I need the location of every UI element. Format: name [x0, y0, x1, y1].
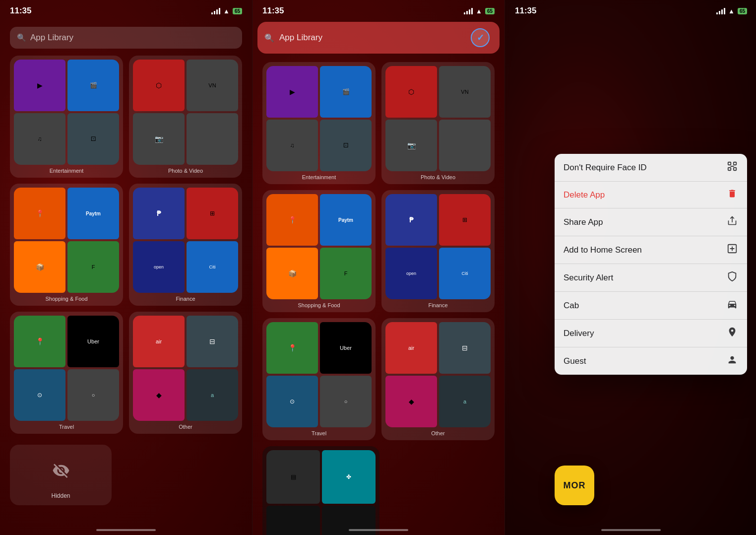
folder-travel-1[interactable]: 📍 Uber ⊙ ○ Travel	[10, 312, 123, 434]
folder-shopping-2[interactable]: 📍 Paytm 📦 F Shopping & Food	[262, 190, 376, 312]
app-grid-2: ▶ 🎬 ♫ ⚀ Entertainment ⬡ VN 📷 Photo & Vid…	[262, 62, 495, 535]
svg-rect-0	[728, 162, 731, 165]
folder-label-shopping-2: Shopping & Food	[298, 302, 340, 308]
panel-3: 11:35 ▲ 65 Don't Require Face ID	[505, 0, 756, 535]
folder-cell: a	[187, 369, 238, 421]
wifi-icon-2: ▲	[476, 7, 482, 15]
folder-cell: ○	[320, 376, 372, 427]
folder-cell: ₱	[385, 194, 437, 246]
hidden-folder-1[interactable]: Hidden	[10, 445, 112, 505]
folder-cell: ⊙	[14, 369, 65, 421]
folder-other-2[interactable]: air ⊟ ◆ a Other	[381, 318, 495, 440]
menu-item-security-alert[interactable]: Security Alert	[555, 264, 747, 292]
status-time-3: 11:35	[515, 6, 536, 16]
folder-cell: 🎬	[67, 60, 119, 111]
folder-grid-entertainment-1: ▶ 🎬 ♫ ⚀	[14, 60, 119, 165]
home-indicator-1[interactable]	[96, 529, 156, 531]
folder-grid-photo-2: ⬡ VN 📷	[385, 66, 491, 171]
folder-travel-2[interactable]: 📍 Uber ⊙ ○ Travel	[262, 318, 376, 440]
battery-badge-3: 65	[738, 8, 747, 14]
svg-rect-1	[734, 162, 737, 165]
folder-cell: ◆	[385, 376, 437, 427]
menu-label-delivery: Delivery	[564, 329, 594, 338]
folder-grid-hidden-2: ▤ ✤	[266, 450, 376, 535]
folder-cell: 🎬	[320, 66, 372, 118]
folder-cell: VN	[187, 60, 238, 111]
folder-cell: Paytm	[67, 188, 119, 239]
folder-cell: ⬡	[385, 66, 437, 118]
grid-row-2-1: ▶ 🎬 ♫ ⚀ Entertainment ⬡ VN 📷 Photo & Vid…	[262, 62, 495, 184]
folder-entertainment-2[interactable]: ▶ 🎬 ♫ ⚀ Entertainment	[262, 62, 376, 184]
menu-item-delivery[interactable]: Delivery	[555, 320, 747, 347]
folder-hidden-apps-2[interactable]: ▤ ✤ Hidden	[262, 446, 379, 535]
folder-entertainment-1[interactable]: ▶ 🎬 ♫ ⚀ Entertainment	[10, 56, 123, 178]
grid-row-3: 📍 Uber ⊙ ○ Travel air ⊟ ◆ a Other	[10, 312, 242, 434]
folder-cell: 📦	[266, 248, 318, 299]
folder-label-photo-2: Photo & Video	[421, 174, 455, 180]
folder-grid-other-1: air ⊟ ◆ a	[133, 316, 238, 421]
folder-cell: 📍	[14, 316, 65, 367]
home-indicator-3[interactable]	[601, 529, 661, 531]
folder-cell: air	[133, 316, 185, 367]
folder-cell: ₱	[133, 188, 185, 239]
menu-label-add-to-home-screen: Add to Home Screen	[564, 245, 642, 255]
context-menu-3: Don't Require Face ID Delete App	[555, 154, 747, 375]
folder-label-other-1: Other	[179, 424, 192, 430]
folder-shopping-1[interactable]: 📍 Paytm 📦 F Shopping & Food	[10, 184, 123, 306]
mor-app-icon-3[interactable]: MOR	[555, 466, 594, 505]
folder-finance-1[interactable]: ₱ ⊞ open Citi Finance	[129, 184, 242, 306]
hidden-label-1: Hidden	[51, 492, 70, 499]
search-highlight-2[interactable]: 🔍 App Library	[257, 22, 500, 54]
folder-cell: ⊙	[266, 376, 318, 427]
empty-slot-2	[385, 446, 495, 535]
grid-row-2-4: ▤ ✤ Hidden	[262, 446, 495, 535]
grid-row-2-2: 📍 Paytm 📦 F Shopping & Food ₱ ⊞ open Cit…	[262, 190, 495, 312]
menu-label-delete-app: Delete App	[564, 190, 605, 200]
grid-row-2-3: 📍 Uber ⊙ ○ Travel air ⊟ ◆ a Other	[262, 318, 495, 440]
folder-cell: air	[385, 322, 437, 374]
grid-row-1: ▶ 🎬 ♫ ⚀ Entertainment ⬡ VN 📷 Photo & Vid…	[10, 56, 242, 178]
status-icons-1: ▲ 65	[211, 7, 242, 15]
mor-app-label: MOR	[564, 480, 586, 491]
folder-photo-2[interactable]: ⬡ VN 📷 Photo & Video	[381, 62, 495, 184]
guest-icon	[726, 354, 738, 368]
menu-item-guest[interactable]: Guest	[555, 347, 747, 375]
folder-cell: ✤	[322, 450, 376, 504]
delivery-icon	[726, 327, 738, 340]
folder-finance-2[interactable]: ₱ ⊞ open Citi Finance	[381, 190, 495, 312]
add-to-home-icon	[726, 243, 738, 257]
folder-cell: 📷	[385, 120, 437, 171]
search-placeholder-1: App Library	[30, 33, 73, 43]
folder-cell: 📍	[14, 188, 65, 239]
panel-1: 11:35 ▲ 65 🔍 App Library ▶ 🎬 ♫ ⚀	[0, 0, 252, 535]
status-bar-2: 11:35 ▲ 65	[252, 0, 504, 22]
folder-cell: ⚀	[67, 113, 119, 165]
menu-item-share-app[interactable]: Share App	[555, 208, 747, 236]
menu-item-add-to-home-screen[interactable]: Add to Home Screen	[555, 236, 747, 264]
menu-item-delete-app[interactable]: Delete App	[555, 182, 747, 208]
folder-cell: VN	[439, 66, 491, 118]
folder-grid-finance-1: ₱ ⊞ open Citi	[133, 188, 238, 293]
folder-grid-shopping-2: 📍 Paytm 📦 F	[266, 194, 372, 299]
panel-2: 11:35 ▲ 65 🔍 App Library ▶ 🎬 ♫	[252, 0, 504, 535]
folder-grid-photo-1: ⬡ VN 📷	[133, 60, 238, 165]
grid-row-2: 📍 Paytm 📦 F Shopping & Food ₱ ⊞ open Cit…	[10, 184, 242, 306]
menu-item-cab[interactable]: Cab	[555, 292, 747, 320]
folder-cell: ♫	[266, 120, 318, 171]
signal-icon-1	[211, 7, 220, 14]
folder-cell: ○	[67, 369, 119, 421]
folder-cell: ⬡	[133, 60, 185, 111]
folder-cell: Uber	[320, 322, 372, 374]
face-id-icon	[726, 161, 738, 174]
search-bar-1[interactable]: 🔍 App Library	[10, 27, 242, 49]
folder-cell: ▶	[266, 66, 318, 118]
folder-other-1[interactable]: air ⊟ ◆ a Other	[129, 312, 242, 434]
folder-photo-video-1[interactable]: ⬡ VN 📷 Photo & Video	[129, 56, 242, 178]
folder-cell: ⊟	[187, 316, 238, 367]
folder-label-travel-1: Travel	[59, 424, 74, 430]
folder-grid-travel-2: 📍 Uber ⊙ ○	[266, 322, 372, 427]
wifi-icon-1: ▲	[223, 7, 230, 15]
battery-badge-2: 65	[485, 8, 495, 14]
menu-item-dont-require-face-id[interactable]: Don't Require Face ID	[555, 154, 747, 182]
home-indicator-2[interactable]	[349, 529, 408, 531]
